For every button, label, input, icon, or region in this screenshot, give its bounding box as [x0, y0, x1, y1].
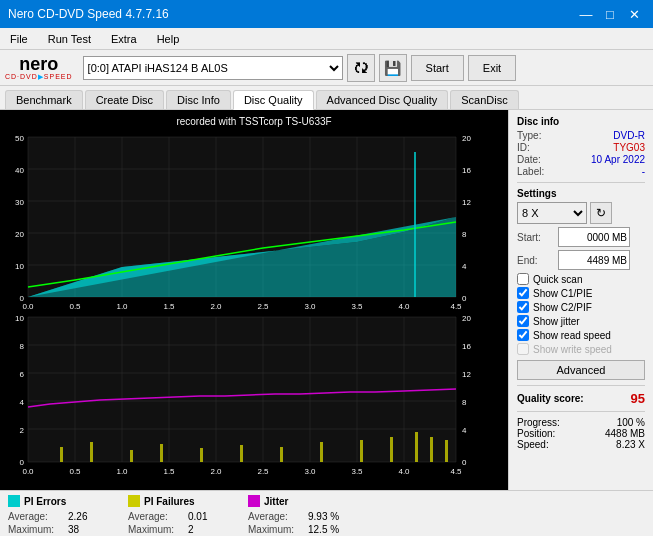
close-button[interactable]: ✕: [623, 4, 645, 24]
svg-text:0.0: 0.0: [22, 467, 34, 476]
svg-text:3.5: 3.5: [351, 467, 363, 476]
svg-rect-62: [160, 444, 163, 462]
progress-value: 100 %: [617, 417, 645, 428]
svg-text:16: 16: [462, 166, 471, 175]
svg-text:12: 12: [462, 198, 471, 207]
pi-errors-group: PI Errors Average: 2.26 Maximum: 38 Tota…: [8, 495, 108, 536]
disc-type-value: DVD-R: [613, 130, 645, 141]
show-read-speed-row: Show read speed: [517, 329, 645, 341]
window-controls: — □ ✕: [575, 4, 645, 24]
svg-text:2: 2: [20, 426, 25, 435]
svg-text:2.0: 2.0: [210, 467, 222, 476]
svg-text:4.5: 4.5: [450, 302, 462, 311]
start-input[interactable]: [558, 227, 630, 247]
jitter-label: Jitter: [264, 496, 288, 507]
speed-value: 8.23 X: [616, 439, 645, 450]
app-title: Nero CD-DVD Speed 4.7.7.16: [8, 7, 169, 21]
tab-create-disc[interactable]: Create Disc: [85, 90, 164, 109]
start-input-row: Start:: [517, 227, 645, 247]
title-bar: Nero CD-DVD Speed 4.7.7.16 — □ ✕: [0, 0, 653, 28]
app-logo: nero CD·DVD▶SPEED: [5, 55, 73, 81]
quick-scan-row: Quick scan: [517, 273, 645, 285]
svg-text:10: 10: [15, 262, 24, 271]
pi-failures-max-value: 2: [188, 524, 194, 535]
divider-2: [517, 385, 645, 386]
progress-label: Progress:: [517, 417, 560, 428]
svg-text:3.0: 3.0: [304, 302, 316, 311]
quick-scan-checkbox[interactable]: [517, 273, 529, 285]
pi-errors-max-value: 38: [68, 524, 79, 535]
refresh-drive-button[interactable]: 🗘: [347, 54, 375, 82]
show-read-speed-checkbox[interactable]: [517, 329, 529, 341]
disc-date-label: Date:: [517, 154, 541, 165]
svg-text:1.0: 1.0: [116, 302, 128, 311]
maximize-button[interactable]: □: [599, 4, 621, 24]
menu-file[interactable]: File: [4, 31, 34, 47]
pi-failures-group: PI Failures Average: 0.01 Maximum: 2 Tot…: [128, 495, 228, 536]
svg-text:0.0: 0.0: [22, 302, 34, 311]
tab-scandisc[interactable]: ScanDisc: [450, 90, 518, 109]
tab-disc-info[interactable]: Disc Info: [166, 90, 231, 109]
disc-label-value: -: [642, 166, 645, 177]
end-label: End:: [517, 255, 555, 266]
show-c1pie-checkbox[interactable]: [517, 287, 529, 299]
save-button[interactable]: 💾: [379, 54, 407, 82]
svg-text:16: 16: [462, 342, 471, 351]
speed-label: Speed:: [517, 439, 549, 450]
refresh-speed-button[interactable]: ↻: [590, 202, 612, 224]
svg-text:8: 8: [462, 398, 467, 407]
show-read-speed-label: Show read speed: [533, 330, 611, 341]
end-input[interactable]: [558, 250, 630, 270]
drive-select[interactable]: [0:0] ATAPI iHAS124 B AL0S: [83, 56, 343, 80]
show-jitter-row: Show jitter: [517, 315, 645, 327]
chart-area: recorded with TSSTcorp TS-U633F: [0, 110, 508, 490]
svg-text:8: 8: [462, 230, 467, 239]
quality-score-value: 95: [631, 391, 645, 406]
show-write-speed-checkbox[interactable]: [517, 343, 529, 355]
svg-text:20: 20: [462, 314, 471, 323]
end-input-row: End:: [517, 250, 645, 270]
svg-text:4.0: 4.0: [398, 302, 410, 311]
svg-text:6: 6: [20, 370, 25, 379]
menu-help[interactable]: Help: [151, 31, 186, 47]
tab-benchmark[interactable]: Benchmark: [5, 90, 83, 109]
pi-errors-label: PI Errors: [24, 496, 66, 507]
svg-text:30: 30: [15, 198, 24, 207]
pi-failures-avg-label: Average:: [128, 511, 183, 522]
disc-date-value: 10 Apr 2022: [591, 154, 645, 165]
svg-text:10: 10: [15, 314, 24, 323]
svg-text:4: 4: [462, 426, 467, 435]
tab-advanced-disc-quality[interactable]: Advanced Disc Quality: [316, 90, 449, 109]
start-button[interactable]: Start: [411, 55, 464, 81]
upper-chart: 50 40 30 20 10 0 20 16 12 8 4 0 0.0 0.5 …: [0, 132, 508, 312]
disc-type-row: Type: DVD-R: [517, 130, 645, 141]
exit-button[interactable]: Exit: [468, 55, 516, 81]
show-c2pif-checkbox[interactable]: [517, 301, 529, 313]
svg-text:4: 4: [462, 262, 467, 271]
pi-failures-label: PI Failures: [144, 496, 195, 507]
disc-type-label: Type:: [517, 130, 541, 141]
minimize-button[interactable]: —: [575, 4, 597, 24]
menu-run-test[interactable]: Run Test: [42, 31, 97, 47]
menu-bar: File Run Test Extra Help: [0, 28, 653, 50]
svg-text:0.5: 0.5: [69, 467, 81, 476]
show-c1pie-label: Show C1/PIE: [533, 288, 592, 299]
pi-errors-max-label: Maximum:: [8, 524, 63, 535]
speed-row: Speed: 8.23 X: [517, 439, 645, 450]
speed-select[interactable]: 8 X: [517, 202, 587, 224]
pi-errors-avg-label: Average:: [8, 511, 63, 522]
jitter-max-value: 12.5 %: [308, 524, 339, 535]
progress-row: Progress: 100 %: [517, 417, 645, 428]
show-jitter-checkbox[interactable]: [517, 315, 529, 327]
svg-text:0.5: 0.5: [69, 302, 81, 311]
pi-failures-max-label: Maximum:: [128, 524, 183, 535]
jitter-avg-value: 9.93 %: [308, 511, 339, 522]
tab-disc-quality[interactable]: Disc Quality: [233, 90, 314, 110]
disc-info-title: Disc info: [517, 116, 645, 127]
menu-extra[interactable]: Extra: [105, 31, 143, 47]
jitter-avg-label: Average:: [248, 511, 303, 522]
show-write-speed-label: Show write speed: [533, 344, 612, 355]
svg-rect-69: [415, 432, 418, 462]
show-jitter-label: Show jitter: [533, 316, 580, 327]
advanced-button[interactable]: Advanced: [517, 360, 645, 380]
